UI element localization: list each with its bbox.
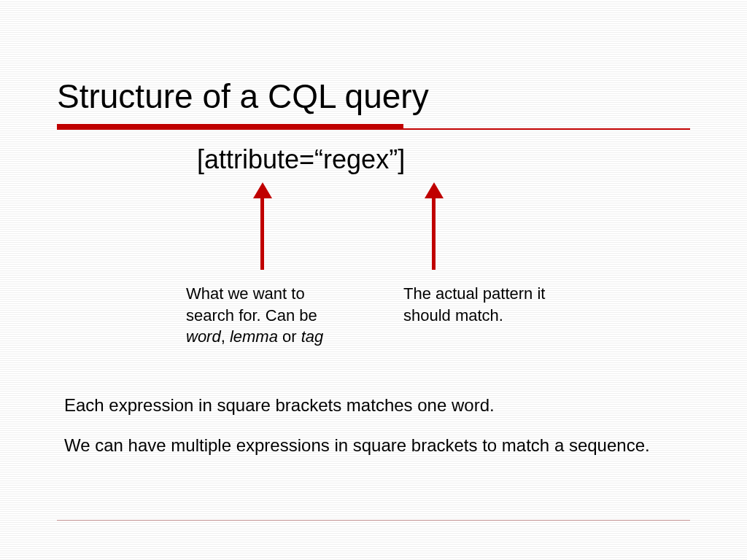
cql-formula: [attribute=“regex”]: [197, 144, 405, 175]
note-sequence: We can have multiple expressions in squa…: [64, 434, 684, 457]
caption-attribute: What we want to search for. Can be word,…: [186, 283, 390, 348]
caption-sep: or: [278, 327, 301, 346]
arrow-regex: [423, 182, 445, 270]
note-single-word: Each expression in square brackets match…: [64, 394, 684, 417]
caption-sep: ,: [221, 327, 230, 346]
slide: Structure of a CQL query [attribute=“reg…: [0, 0, 747, 560]
arrow-shaft: [432, 190, 436, 270]
title-underline-thick: [57, 124, 403, 130]
arrow-attribute: [252, 182, 274, 270]
arrow-shaft: [260, 190, 264, 270]
footer-divider: [57, 520, 690, 521]
caption-italic-lemma: lemma: [230, 327, 278, 346]
caption-regex: The actual pattern it should match.: [403, 283, 622, 326]
caption-text: What we want to: [186, 284, 305, 303]
title-underline-thin: [403, 128, 690, 130]
caption-text: The actual pattern it: [403, 284, 545, 303]
caption-text: search for. Can be: [186, 306, 317, 324]
caption-italic-word: word: [186, 327, 221, 346]
caption-italic-tag: tag: [301, 327, 324, 346]
caption-text: should match.: [403, 306, 503, 324]
slide-title: Structure of a CQL query: [57, 77, 747, 116]
